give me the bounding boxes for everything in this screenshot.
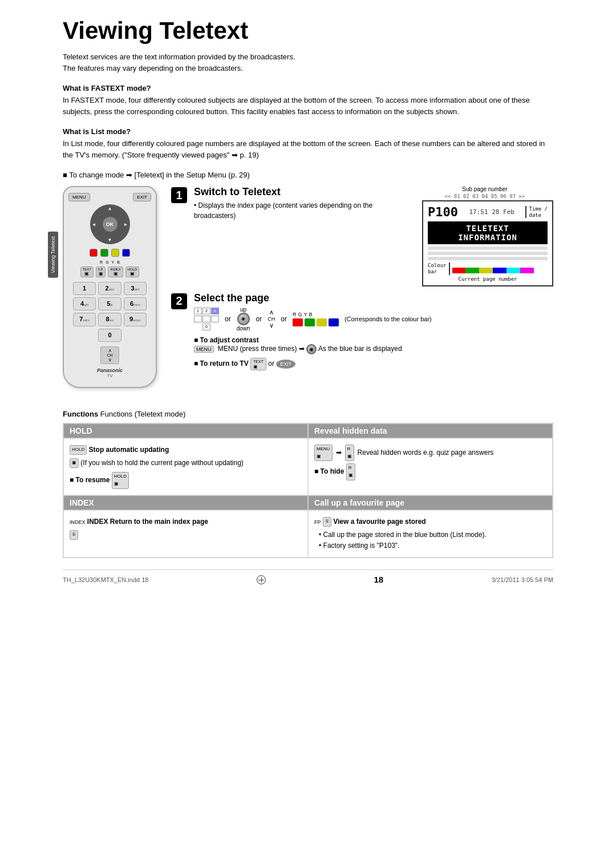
dpad-left-icon[interactable]: ◄ (92, 222, 96, 227)
reveal-hide: ■ To hide R▣ (314, 463, 546, 480)
list-mode-body: In List mode, four differently coloured … (63, 138, 553, 160)
functions-title: Functions Functions (Teletext mode) (63, 410, 553, 418)
reveal-header: Reveal hidden data (308, 423, 553, 438)
or-return: or (268, 360, 274, 368)
green-button[interactable] (100, 249, 108, 257)
num-0[interactable]: 0 (98, 329, 121, 342)
step-1-desc: • Displays the index page (content varie… (194, 200, 410, 221)
color-inline-blue (329, 318, 339, 326)
hold-body: HOLD Stop automatic updating ▣ (If you w… (63, 438, 308, 495)
dpad-up-icon[interactable]: ▲ (108, 206, 112, 211)
hold-icon-label: HOLD (70, 445, 87, 455)
or-label-2: or (256, 315, 262, 323)
color-bar-note: (Corresponds to the colour bar) (345, 316, 432, 322)
joystick-area: up ◉ down (237, 306, 250, 332)
num-4[interactable]: 4ghi (73, 297, 96, 310)
hold-body-text: (If you wish to hold the current page wi… (80, 459, 244, 467)
index-bold: INDEX Return to the main index page (87, 518, 208, 526)
list-mode-heading: What is List mode? (63, 127, 553, 136)
fp-label-small: FP (314, 519, 321, 525)
ch-small-area: ∧ CH ∨ (268, 309, 275, 329)
ch-up-icon: ∧ (269, 309, 274, 316)
page-title: Viewing Teletext (63, 17, 553, 45)
ch-label: CH (268, 316, 275, 322)
num-5[interactable]: 5jk (98, 297, 121, 310)
num-1[interactable]: 1 (73, 282, 96, 295)
dpad-right-icon[interactable]: ► (124, 222, 128, 227)
fp-icon: ① (323, 517, 331, 527)
return-tv: ■ To return to TV TEXT▣ or EXIT (194, 358, 553, 370)
yellow-label: Y (112, 260, 115, 264)
favourite-body: FP ① View a favourite page stored • Call… (308, 510, 553, 558)
panasonic-label: Panasonic (68, 368, 151, 373)
dpad[interactable]: ▲ ▼ ◄ ► OK (90, 204, 130, 244)
teletext-time: 17:51 28 Feb (469, 208, 514, 216)
function-buttons-row: TEXT▣ F.P.▣ INDEX▣ HOLD▣ (68, 266, 151, 277)
colour-bar-label: Colourbar (428, 263, 450, 275)
reveal-body: MENU▣ ➡ R▣ Reveal hidden words e.g. quiz… (308, 438, 553, 495)
ok-button[interactable]: OK (103, 217, 117, 232)
hold-resume: ■ To resume HOLD▣ (70, 472, 302, 489)
num-6[interactable]: 6mno (124, 297, 147, 310)
step-1-content: Switch to Teletext • Displays the index … (194, 186, 410, 221)
color-inline-yellow (317, 318, 327, 326)
mode-instruction: ■ To change mode ➡ [Teletext] in the Set… (63, 171, 553, 179)
blue-button[interactable] (122, 249, 130, 257)
exit-button[interactable]: EXIT (133, 193, 151, 201)
ng-b: B (211, 308, 219, 314)
remote-control: MENU EXIT ▲ ▼ ◄ ► OK (63, 186, 157, 388)
menu-button[interactable]: MENU (68, 193, 90, 201)
teletext-screen: P100 17:51 28 Feb Time /date TELETEXT IN… (422, 200, 553, 286)
or-label-3: or (281, 315, 287, 323)
hold-btn-icon: ▣ (70, 458, 79, 468)
fp-button[interactable]: F.P.▣ (96, 266, 106, 277)
hold-header: HOLD (63, 423, 308, 438)
step-1-number: 1 (171, 187, 187, 203)
footer-file: TH_L32U30KMTX_EN.indd 18 (63, 576, 148, 583)
functions-grid: HOLD Reveal hidden data HOLD Stop automa… (63, 423, 553, 559)
side-tab: Viewing Teletext (48, 232, 58, 278)
ch-buttons-row: ∧ CH ∨ (68, 346, 151, 364)
adjust-instruction: MENU (press three times) ➡ (218, 345, 305, 353)
tv-label: TV (68, 373, 151, 378)
num-8[interactable]: 8tuv (98, 313, 121, 326)
color-inline-area: RGYB (293, 312, 339, 326)
hold-button[interactable]: HOLD▣ (125, 266, 140, 277)
index-header: INDEX (63, 495, 308, 510)
subpage-label: Sub page number (416, 186, 553, 192)
teletext-screen-area: Sub page number << 01 02 03 04 05 06 07 … (416, 186, 553, 286)
color-inline-green (305, 318, 315, 326)
teletext-lines (428, 247, 548, 260)
ng-e3 (211, 316, 219, 322)
numpad: 1 2abc 3def 4ghi 5jk 6mno 7pqrs 8tuv 9wx… (68, 282, 151, 342)
num-3[interactable]: 3def (124, 282, 147, 295)
dpad-area: ▲ ▼ ◄ ► OK (68, 204, 151, 244)
dpad-down-icon[interactable]: ▼ (108, 237, 112, 243)
text-button[interactable]: TEXT▣ (80, 266, 94, 277)
ng-e1 (194, 316, 202, 322)
ng-1: 1 (194, 308, 202, 314)
step-1: 1 Switch to Teletext • Displays the inde… (171, 186, 553, 286)
index-icon: ① (70, 530, 78, 540)
ch-up-down[interactable]: ∧ CH ∨ (100, 346, 119, 364)
subpage-nums: << 01 02 03 04 05 06 07 >> (416, 193, 553, 199)
num-2[interactable]: 2abc (98, 282, 121, 295)
favourite-header: Call up a favourite page (308, 495, 553, 510)
ng-2: 2 (202, 308, 210, 314)
intro-text1: Teletext services are the text informati… (63, 51, 553, 74)
blue-label: B (117, 260, 120, 264)
functions-section: Functions Functions (Teletext mode) HOLD… (63, 410, 553, 559)
colour-bar-note: Colourbar (428, 263, 548, 275)
step-1-title: Switch to Teletext (194, 186, 410, 198)
num-9[interactable]: 9wxyz (124, 313, 147, 326)
red-label: R (100, 260, 103, 264)
red-button[interactable] (90, 249, 98, 257)
yellow-button[interactable] (111, 249, 119, 257)
or-label-1: or (225, 315, 231, 323)
illustrated-section: Viewing Teletext MENU EXIT ▲ ▼ ◄ ► OK (63, 186, 553, 388)
index-button[interactable]: INDEX▣ (108, 266, 123, 277)
up-label: up (240, 306, 246, 313)
green-label: G (106, 260, 108, 264)
footer-date: 3/21/2011 3:05:54 PM (492, 576, 553, 583)
num-7[interactable]: 7pqrs (73, 313, 96, 326)
